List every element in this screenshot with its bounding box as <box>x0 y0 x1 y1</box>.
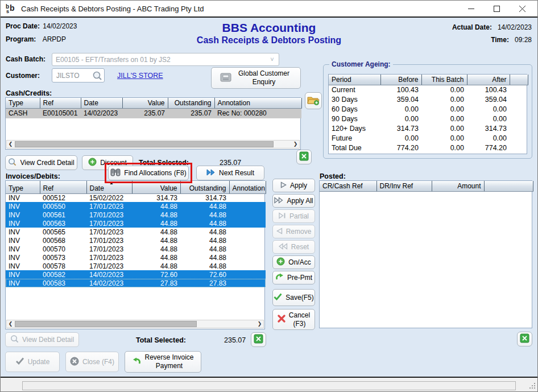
cancel-button[interactable]: Cancel(F3) <box>272 309 315 330</box>
invoice-total-selected-value: 235.07 <box>224 336 246 344</box>
customer-name-link[interactable]: JILL'S STORE <box>117 72 163 80</box>
actual-date-label: Actual Date: <box>452 23 492 31</box>
scroll-thumb[interactable] <box>15 141 274 147</box>
inv-col-ref[interactable]: Ref <box>40 181 86 193</box>
status-bar <box>1 377 537 392</box>
remove-button[interactable]: Remove <box>272 225 315 238</box>
next-result-button[interactable]: Next Result <box>196 166 264 180</box>
double-left-triangle-icon <box>279 243 288 251</box>
ageing-row: Total Due774.200.00774.20 <box>329 143 528 153</box>
invoice-row[interactable]: INV00056317/01/202344.8844.88 <box>6 219 266 228</box>
save-button[interactable]: Save(F5) <box>272 289 315 306</box>
view-credit-detail-button[interactable]: View Credit Detail <box>5 155 77 170</box>
customer-search-icon[interactable] <box>92 71 102 82</box>
find-allocations-button[interactable]: Find Allocations (F8) <box>108 166 189 180</box>
invoice-row[interactable]: INV00057317/01/202344.8844.88 <box>6 253 266 262</box>
ageing-row: Future0.000.000.00 <box>329 134 528 143</box>
global-customer-enquiry-button[interactable]: Global Customer Enquiry <box>211 67 301 89</box>
right-triangle-icon <box>280 181 287 190</box>
invoice-row[interactable]: INV00051215/02/2022314.73314.73 <box>6 193 266 202</box>
x-icon <box>278 315 285 324</box>
minimize-button[interactable] <box>458 1 484 16</box>
update-button[interactable]: Update <box>5 352 60 372</box>
invoices-export-excel-button[interactable] <box>251 332 266 347</box>
invoice-row[interactable]: INV00056517/01/202344.8844.88 <box>6 228 266 236</box>
time-label: Time: <box>491 36 509 44</box>
customer-code-field[interactable]: JILSTO <box>52 68 105 82</box>
ageing-col-after: After <box>467 75 510 85</box>
cash-col-outstanding[interactable]: Outstanding <box>168 98 214 109</box>
cash-col-type[interactable]: Type <box>6 98 40 109</box>
reverse-invoice-payment-button[interactable]: Reverse InvoicePayment <box>125 351 201 373</box>
invoice-row[interactable]: INV00056817/01/202344.8844.88 <box>6 236 266 245</box>
invoice-total-selected-label: Total Selected: <box>136 336 186 344</box>
cash-batch-dropdown[interactable]: E00105 - EFT/Transfers on 01 by JS2 ˅ <box>52 53 279 66</box>
check-icon <box>15 357 24 366</box>
close-f4-button[interactable]: Close (F4) <box>65 352 119 372</box>
scroll-right-icon[interactable]: ❯ <box>292 141 299 148</box>
cash-col-value[interactable]: Value <box>122 98 168 109</box>
partial-button[interactable]: Partial <box>272 209 315 223</box>
cash-credits-hscrollbar[interactable]: ❮ ❯ <box>6 140 300 148</box>
cash-credit-row[interactable]: CASHE0010500114/02/2023235.07235.07Rec N… <box>6 109 301 118</box>
ageing-col-spacer <box>510 75 528 85</box>
pre-pmt-button[interactable]: Pre-Pmt <box>272 271 315 284</box>
invoices-hscrollbar[interactable]: ❮ ❯ <box>6 320 264 328</box>
double-right-triangle-icon <box>274 197 283 205</box>
scroll-thumb[interactable] <box>15 321 197 327</box>
view-debit-detail-button[interactable]: View Debit Detail <box>5 332 79 347</box>
plus-circle-icon <box>88 158 97 168</box>
inv-col-date[interactable]: ▲Date <box>86 181 132 193</box>
ageing-row: 60 Days0.000.000.00 <box>329 105 528 114</box>
close-f4-label: Close (F4) <box>82 358 114 366</box>
excel-icon <box>299 151 309 163</box>
add-batch-button[interactable] <box>305 92 322 109</box>
reset-button[interactable]: Reset <box>272 240 315 254</box>
invoice-row[interactable]: INV00058214/02/202372.6072.60 <box>6 270 266 279</box>
invoices-table[interactable]: Type Ref ▲Date Value Outstanding Annotat… <box>6 181 266 287</box>
sort-asc-icon: ▲ <box>109 181 114 185</box>
proc-date-value: 14/02/2023 <box>43 22 77 30</box>
on-acc-button[interactable]: On/Acc <box>272 255 315 269</box>
inv-col-value[interactable]: Value <box>132 181 180 193</box>
cash-col-annotation[interactable]: Annotation <box>214 98 301 109</box>
apply-button[interactable]: Apply <box>272 179 315 192</box>
resize-grip[interactable] <box>529 382 536 391</box>
program-label: Program: <box>6 35 41 43</box>
apply-all-button[interactable]: Apply All <box>272 194 315 208</box>
header-right: Actual Date:14/02/2023 Time:09:28 <box>452 23 532 48</box>
invoice-row[interactable]: INV00056117/01/202344.8844.88 <box>6 211 266 219</box>
next-result-label: Next Result <box>219 169 254 177</box>
app-window: bsb Cash Receipts & Debtors Posting - AB… <box>0 0 538 392</box>
close-button[interactable] <box>510 1 535 16</box>
remove-label: Remove <box>286 228 312 236</box>
invoice-row[interactable]: INV00058314/02/202327.8327.83 <box>6 279 266 287</box>
scroll-left-icon[interactable]: ❮ <box>7 320 14 328</box>
maximize-button[interactable] <box>484 1 510 16</box>
invoice-row[interactable]: INV00057017/01/202344.8844.88 <box>6 245 266 253</box>
register-icon <box>220 72 232 84</box>
cash-col-date[interactable]: Date <box>81 98 122 109</box>
inv-col-outstanding[interactable]: Outstanding <box>180 181 229 193</box>
cash-col-ref[interactable]: Ref <box>40 98 81 109</box>
scroll-left-icon[interactable]: ❮ <box>7 141 14 148</box>
left-triangle-icon <box>276 228 283 236</box>
partial-label: Partial <box>289 212 309 220</box>
invoices-debits-label: Invoices/Debits: <box>6 172 60 180</box>
pre-pmt-label: Pre-Pmt <box>287 274 312 282</box>
window-title: Cash Receipts & Debtors Posting - ABC Tr… <box>21 5 204 13</box>
invoice-row[interactable]: INV00055017/01/202344.8844.88 <box>6 202 266 211</box>
curved-arrow-left-icon <box>132 357 141 367</box>
scroll-right-icon[interactable]: ❯ <box>256 320 263 328</box>
cash-credits-table[interactable]: Type Ref Date Value Outstanding Annotati… <box>6 98 302 118</box>
circle-x-icon <box>70 357 79 368</box>
magnifier-icon <box>8 158 16 168</box>
cash-credits-table-panel: Type Ref Date Value Outstanding Annotati… <box>5 97 301 150</box>
inv-col-type[interactable]: Type <box>6 181 40 193</box>
invoice-row[interactable]: INV00057817/01/202344.8844.88 <box>6 262 266 270</box>
excel-icon <box>254 334 263 345</box>
save-label: Save(F5) <box>285 294 313 302</box>
cash-export-excel-button[interactable] <box>296 150 312 164</box>
posted-export-excel-button[interactable] <box>517 332 532 346</box>
inv-col-annotation[interactable]: Annotation <box>229 181 266 193</box>
